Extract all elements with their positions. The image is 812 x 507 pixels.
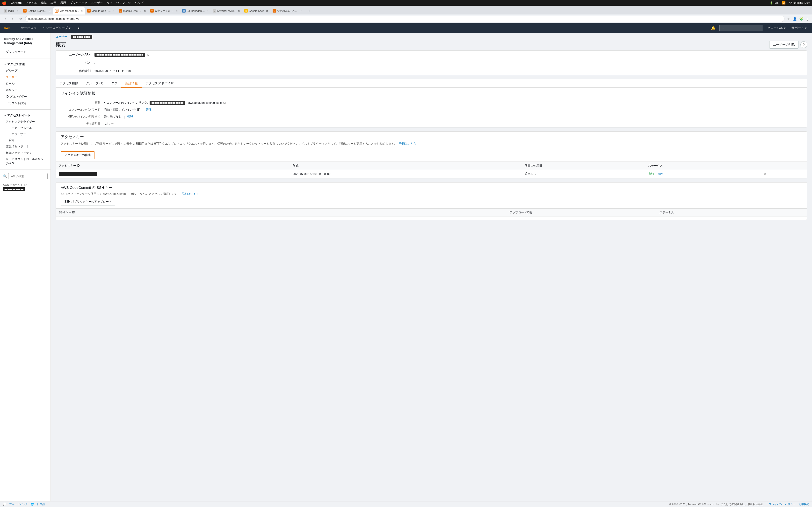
sidebar-account: AWS アカウント ID: ■■■■■■■■■■■■ (0, 181, 51, 193)
sidebar-search-input[interactable] (8, 173, 48, 179)
sidebar-item-users[interactable]: ユーザー (0, 74, 51, 80)
tab-permissions[interactable]: アクセス権限 (56, 79, 82, 88)
tab-close-getting-started[interactable]: ✕ (48, 9, 51, 12)
sidebar-item-dashboard[interactable]: ダッシュボード (0, 49, 51, 55)
tab-login[interactable]: l login ✕ (2, 7, 21, 14)
tab-close-login[interactable]: ✕ (16, 9, 19, 12)
menu-dots-icon[interactable]: ⋮ (805, 16, 810, 21)
delete-user-button[interactable]: ユーザーの削除 (769, 41, 799, 49)
bookmark-icon[interactable]: ☆ (786, 16, 791, 21)
menu-file[interactable]: ファイル (26, 1, 37, 5)
menu-history[interactable]: 履歴 (60, 1, 66, 5)
tab-mythical[interactable]: M Mythical Mysti... ✕ (211, 7, 242, 14)
tab-close-s3[interactable]: ✕ (206, 9, 209, 12)
tab-close-module1b[interactable]: ✕ (143, 9, 146, 12)
apple-menu[interactable]: 🍎 (2, 1, 7, 5)
forward-button[interactable]: › (10, 16, 16, 22)
tab-security[interactable]: 認証情報 (121, 79, 142, 88)
back-button[interactable]: ‹ (2, 16, 8, 22)
notifications-icon[interactable]: 🔔 (710, 24, 717, 32)
extensions-icon[interactable]: 🧩 (799, 16, 804, 21)
favorites-btn[interactable]: ★ (76, 25, 82, 31)
status-inactive-link[interactable]: 無効 (658, 172, 664, 175)
menu-edit[interactable]: 編集 (41, 1, 47, 5)
profile-icon[interactable]: 👤 (792, 16, 798, 21)
tab-groups[interactable]: グループ (1) (82, 79, 107, 88)
access-key-learn-more[interactable]: 詳細はこちら (399, 142, 416, 145)
tab-close-keep[interactable]: ✕ (265, 9, 269, 12)
tab-advisor[interactable]: アクセスアドバイザー (142, 79, 181, 88)
tab-close-module1a[interactable]: ✕ (112, 9, 115, 12)
tab-s3[interactable]: S3 S3 Managem... ✕ (180, 7, 211, 14)
global-menu[interactable]: グローバル ▾ (766, 25, 787, 31)
sidebar-item-analyzer[interactable]: アナライザー (0, 131, 51, 137)
tab-label-module1b: Module One - ... (123, 9, 142, 12)
bullet: • (104, 101, 105, 105)
copy-arn-icon[interactable]: ⧉ (147, 53, 149, 56)
copy-signin-url-icon[interactable]: ⧉ (223, 101, 225, 105)
address-input[interactable] (25, 16, 784, 22)
tab-getting-started[interactable]: ⬡ Getting Started... ✕ (21, 7, 53, 14)
privacy-policy-link[interactable]: プライバシーポリシー (769, 502, 796, 506)
sidebar-item-account-settings[interactable]: アカウント設定 (0, 100, 51, 107)
tab-module1a[interactable]: ⬡ Module One - ... ✕ (85, 7, 117, 14)
menu-help[interactable]: ヘルプ (135, 1, 143, 5)
tab-keep[interactable]: K Google Keep ✕ (242, 7, 270, 14)
sidebar-section-access-mgmt-title[interactable]: ▼ アクセス管理 (0, 61, 51, 67)
help-button[interactable]: ? (800, 41, 807, 48)
new-tab-button[interactable]: + (306, 8, 313, 14)
password-manage-link[interactable]: 管理 (146, 108, 152, 112)
tab-settings-basic[interactable]: ⬡ 設定の基本 - AW... ✕ (271, 7, 305, 14)
breadcrumb-separator: › (69, 35, 69, 39)
edit-cert-icon[interactable]: ✏ (111, 122, 114, 125)
feedback-label[interactable]: フィードバック (9, 502, 28, 506)
ssh-learn-more[interactable]: 詳細はこちら (182, 192, 199, 195)
tab-close-iam[interactable]: ✕ (80, 9, 83, 12)
create-access-key-button[interactable]: アクセスキーの作成 (61, 151, 95, 159)
tab-close-settings-file[interactable]: ✕ (175, 9, 179, 12)
tab-close-settings-basic[interactable]: ✕ (300, 9, 303, 12)
sidebar-item-scp[interactable]: サービスコントロールポリシー (SCP) (0, 156, 51, 166)
delete-key-button[interactable]: ✕ (763, 172, 766, 176)
sidebar-item-credential-report[interactable]: 認証情報レポート (0, 143, 51, 150)
support-menu[interactable]: サポート ▾ (790, 25, 808, 31)
menu-user[interactable]: ユーザー (91, 1, 103, 5)
aws-search-input[interactable] (719, 24, 763, 32)
sidebar-item-roles[interactable]: ロール (0, 80, 51, 87)
tab-close-mythical[interactable]: ✕ (237, 9, 241, 12)
upload-ssh-key-button[interactable]: SSH パブリックキーのアップロード (61, 198, 115, 206)
resource-groups-menu[interactable]: リソースグループ ▾ (41, 25, 72, 31)
signing-cert-row: 署名証明書 なし ✏ (56, 120, 807, 127)
tab-settings-file[interactable]: ⬡ 設定ファイルと... ✕ (148, 7, 180, 14)
tab-module1b[interactable]: ⬡ Module One - ... ✕ (117, 7, 149, 14)
language-label[interactable]: 日本語 (37, 502, 45, 506)
signin-section: サインイン認証情報 概要 • コンソールのサインインリンク: ■■■■■■■■■… (56, 88, 807, 127)
sidebar-item-policies[interactable]: ポリシー (0, 87, 51, 94)
menu-chrome[interactable]: Chrome (11, 1, 21, 5)
sidebar-item-archive-rules[interactable]: アーカイブルール (0, 125, 51, 131)
sidebar-item-org-activity[interactable]: 組織アクティビティ (0, 150, 51, 156)
language-icon: 🌐 (31, 503, 34, 506)
sidebar-item-access-analyzer[interactable]: アクセスアナライザー (0, 119, 51, 125)
reload-button[interactable]: ↻ (17, 16, 24, 22)
pipe-sep-1: | (143, 108, 143, 112)
sidebar-item-groups[interactable]: グループ (0, 67, 51, 74)
clock: 7月30日(木) 17:07 (789, 1, 810, 5)
sidebar-section-access-reports-title[interactable]: ▼ アクセスレポート (0, 113, 51, 119)
breadcrumb-users-link[interactable]: ユーザー (56, 35, 67, 39)
menu-tab[interactable]: タブ (107, 1, 112, 5)
aws-logo[interactable]: aws (4, 24, 13, 32)
key-id-redacted: ■■■■■■■■■■■■■/O (59, 172, 97, 176)
menu-bookmarks[interactable]: ブックマーク (70, 1, 87, 5)
breadcrumb: ユーザー › ■■■■■■■■■■ (51, 33, 812, 39)
menu-window[interactable]: ウィンドウ (116, 1, 131, 5)
mfa-manage-link[interactable]: 管理 (127, 115, 133, 119)
tab-tags[interactable]: タグ (107, 79, 121, 88)
tab-iam[interactable]: ⬡ IAM Managem... ✕ (53, 7, 85, 14)
sidebar-item-settings[interactable]: 設定 (0, 137, 51, 143)
menu-view[interactable]: 表示 (51, 1, 56, 5)
created-value: 2020-06-08 16:11 UTC+0900 (95, 69, 802, 73)
terms-link[interactable]: 利用規約 (799, 502, 809, 506)
sidebar-item-id-providers[interactable]: ID プロバイダー (0, 94, 51, 100)
services-menu[interactable]: サービス ▾ (19, 25, 38, 31)
